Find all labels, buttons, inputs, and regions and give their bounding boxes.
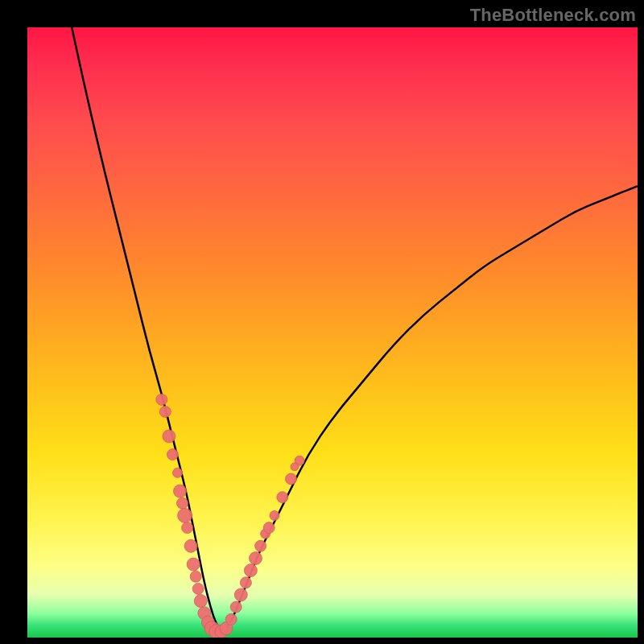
scatter-dot [198, 607, 211, 620]
scatter-dot [182, 522, 193, 534]
scatter-dot [167, 449, 178, 460]
scatter-dots [156, 394, 304, 638]
scatter-dot [177, 497, 188, 509]
scatter-dot [163, 430, 175, 443]
scatter-dot [159, 407, 171, 418]
scatter-dot [286, 473, 297, 485]
scatter-dot [277, 492, 288, 503]
scatter-dot [194, 595, 207, 608]
scatter-dot [184, 539, 197, 552]
scatter-dot [201, 616, 214, 629]
scatter-dot [215, 625, 228, 638]
scatter-dot [190, 571, 201, 582]
scatter-dot [174, 485, 187, 497]
bottleneck-curve [27, 27, 638, 630]
scatter-dot [225, 613, 237, 625]
scatter-dot [244, 564, 257, 577]
scatter-dot [255, 540, 266, 551]
scatter-dot [187, 558, 200, 571]
scatter-dot [178, 508, 192, 522]
scatter-dot [209, 624, 224, 638]
chart-frame: TheBottleneck.com [0, 0, 644, 644]
scatter-dot [234, 588, 247, 601]
scatter-dot [270, 510, 279, 520]
scatter-dot [295, 456, 304, 465]
scatter-dot [156, 394, 167, 405]
scatter-dot [173, 468, 183, 477]
scatter-dot [261, 529, 270, 539]
scatter-dot [192, 583, 204, 594]
plot-area [27, 27, 638, 638]
scatter-dot [240, 577, 251, 588]
scatter-dot [230, 601, 242, 613]
chart-overlay [27, 27, 638, 638]
watermark-text: TheBottleneck.com [470, 5, 636, 26]
scatter-dot [204, 621, 219, 636]
scatter-dot [263, 522, 275, 534]
scatter-dot [250, 552, 262, 565]
scatter-dot [291, 463, 299, 471]
scatter-dot [220, 622, 233, 635]
